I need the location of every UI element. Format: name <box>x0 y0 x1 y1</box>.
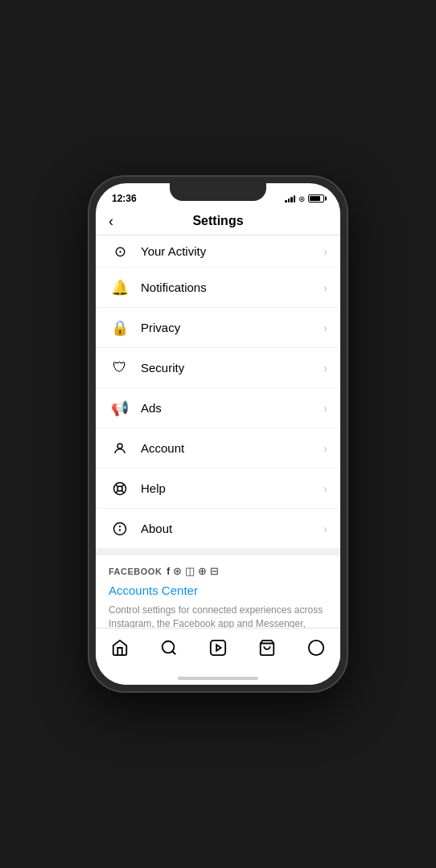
instagram-icon: ◫ <box>185 565 195 577</box>
facebook-description: Control settings for connected experienc… <box>109 604 327 628</box>
chevron-icon: › <box>323 245 327 258</box>
search-icon <box>160 639 178 657</box>
svg-line-3 <box>116 484 118 486</box>
nav-search[interactable] <box>153 635 185 661</box>
whatsapp-icon: ⊕ <box>198 565 207 577</box>
status-time: 12:36 <box>112 193 137 204</box>
messenger-icon: ⊛ <box>173 565 182 577</box>
page-title: Settings <box>192 214 243 228</box>
svg-line-4 <box>121 490 124 493</box>
settings-item-privacy[interactable]: 🔒 Privacy › <box>96 308 340 348</box>
activity-icon: ⊙ <box>109 243 131 260</box>
reels-icon <box>209 639 227 657</box>
help-icon <box>109 481 131 496</box>
chevron-icon: › <box>323 362 327 375</box>
svg-line-6 <box>116 490 118 493</box>
svg-point-10 <box>162 641 175 653</box>
account-label: Account <box>141 441 323 455</box>
privacy-label: Privacy <box>141 321 323 334</box>
svg-line-5 <box>121 484 124 486</box>
phone-frame: 12:36 ⊛ ‹ Settings ⊙ <box>89 177 347 691</box>
svg-rect-12 <box>211 641 225 655</box>
chevron-icon: › <box>323 402 327 415</box>
your-activity-label: Your Activity <box>141 244 323 258</box>
profile-icon <box>307 639 325 657</box>
about-icon <box>109 522 131 536</box>
account-icon <box>109 441 131 456</box>
ads-label: Ads <box>141 401 323 415</box>
bottom-nav <box>96 628 340 672</box>
nav-shop[interactable] <box>251 635 283 661</box>
settings-item-ads[interactable]: 📢 Ads › <box>96 388 340 428</box>
settings-list: 🔔 Notifications › 🔒 Privacy › 🛡 Security… <box>96 268 340 549</box>
privacy-icon: 🔒 <box>109 319 131 337</box>
nav-profile[interactable] <box>300 635 332 661</box>
help-label: Help <box>141 481 323 495</box>
home-icon <box>111 639 129 657</box>
svg-point-15 <box>308 641 323 655</box>
shop-icon <box>258 639 276 657</box>
phone-screen: 12:36 ⊛ ‹ Settings ⊙ <box>96 183 340 685</box>
security-label: Security <box>141 361 323 375</box>
notch <box>170 183 266 201</box>
nav-home[interactable] <box>104 635 136 661</box>
section-divider <box>96 549 340 555</box>
status-icons: ⊛ <box>285 194 324 203</box>
chevron-icon: › <box>323 281 327 294</box>
chevron-icon: › <box>323 442 327 455</box>
security-icon: 🛡 <box>109 359 131 376</box>
scroll-content[interactable]: ⊙ Your Activity › 🔔 Notifications › 🔒 Pr… <box>96 235 340 628</box>
notifications-label: Notifications <box>141 280 323 294</box>
ads-icon: 📢 <box>109 399 131 417</box>
svg-point-0 <box>117 444 122 448</box>
accounts-center-link[interactable]: Accounts Center <box>109 583 327 597</box>
facebook-header: FACEBOOK f ⊛ ◫ ⊕ ⊟ <box>109 565 327 577</box>
wifi-icon: ⊛ <box>298 194 305 203</box>
home-bar <box>178 677 258 680</box>
settings-item-help[interactable]: Help › <box>96 469 340 509</box>
about-label: About <box>141 522 323 535</box>
chevron-icon: › <box>323 482 327 495</box>
settings-item-security[interactable]: 🛡 Security › <box>96 348 340 388</box>
svg-line-11 <box>172 651 175 654</box>
settings-item-account[interactable]: Account › <box>96 428 340 469</box>
home-indicator <box>96 672 340 685</box>
signal-icon <box>285 194 295 203</box>
nav-reels[interactable] <box>202 635 234 661</box>
settings-item-your-activity[interactable]: ⊙ Your Activity › <box>96 235 340 268</box>
settings-item-notifications[interactable]: 🔔 Notifications › <box>96 268 340 308</box>
chevron-icon: › <box>323 321 327 334</box>
settings-item-about[interactable]: About › <box>96 509 340 549</box>
chevron-icon: › <box>323 522 327 535</box>
portal-icon: ⊟ <box>210 565 219 577</box>
back-button[interactable]: ‹ <box>109 213 113 230</box>
svg-marker-13 <box>216 645 221 650</box>
notifications-icon: 🔔 <box>109 279 131 297</box>
facebook-title: FACEBOOK <box>109 567 162 576</box>
header: ‹ Settings <box>96 209 340 235</box>
facebook-section: FACEBOOK f ⊛ ◫ ⊕ ⊟ Accounts Center Contr… <box>96 555 340 628</box>
facebook-f-icon: f <box>167 566 170 577</box>
facebook-icons: f ⊛ ◫ ⊕ ⊟ <box>167 565 219 577</box>
svg-point-2 <box>117 486 122 491</box>
battery-icon <box>308 194 324 203</box>
